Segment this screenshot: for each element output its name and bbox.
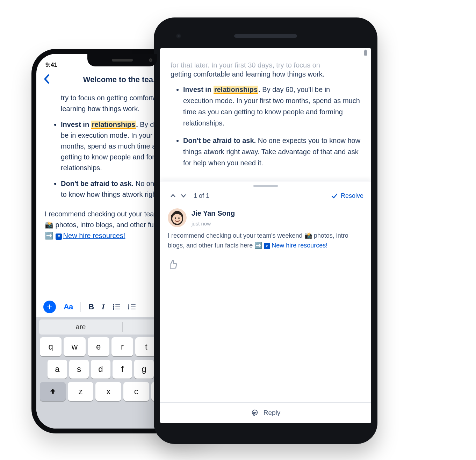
comment: Jie Yan Song just now I recommend checki… xyxy=(160,206,371,256)
svg-point-10 xyxy=(113,308,114,310)
insert-button[interactable] xyxy=(43,301,56,313)
android-status-bar xyxy=(160,48,371,59)
page-icon xyxy=(264,243,270,249)
italic-button[interactable]: I xyxy=(102,302,105,311)
bold-button[interactable]: B xyxy=(88,302,94,311)
key-c[interactable]: c xyxy=(123,382,149,401)
svg-rect-11 xyxy=(115,309,120,309)
svg-rect-26 xyxy=(266,246,267,247)
key-q[interactable]: q xyxy=(40,337,62,356)
key-w[interactable]: w xyxy=(64,337,85,356)
svg-rect-5 xyxy=(47,307,52,307)
key-r[interactable]: r xyxy=(111,337,133,356)
android-frame: for that later. In your first 30 days, t… xyxy=(154,17,377,444)
key-x[interactable]: x xyxy=(95,382,121,401)
svg-point-21 xyxy=(172,214,182,224)
comment-counter: 1 of 1 xyxy=(194,192,209,200)
new-hire-resources-link[interactable]: New hire resources! xyxy=(63,232,125,239)
android-screen: for that later. In your first 30 days, t… xyxy=(160,48,371,423)
key-z[interactable]: z xyxy=(68,382,94,401)
svg-rect-19 xyxy=(365,50,366,50)
highlight-relationships[interactable]: relationships xyxy=(214,86,258,94)
suggestion[interactable]: are xyxy=(39,319,122,335)
new-hire-resources-link[interactable]: New hire resources! xyxy=(272,242,327,249)
comment-panel: 1 of 1 Resolve Jie Yan Song just now xyxy=(160,181,371,423)
svg-text:3: 3 xyxy=(128,308,129,310)
iphone-notch xyxy=(87,54,157,66)
key-s[interactable]: s xyxy=(69,360,89,379)
resolve-button[interactable]: Resolve xyxy=(331,192,363,200)
prev-comment-button[interactable] xyxy=(168,191,178,201)
key-f[interactable]: f xyxy=(113,360,132,379)
key-e[interactable]: e xyxy=(88,337,109,356)
svg-rect-17 xyxy=(131,309,136,309)
shift-key[interactable] xyxy=(40,382,66,401)
scroll-peek: for that later. In your first 30 days, t… xyxy=(171,59,361,69)
svg-point-8 xyxy=(113,306,114,308)
svg-rect-1 xyxy=(58,235,60,236)
next-comment-button[interactable] xyxy=(178,191,189,201)
comment-time: just now xyxy=(192,220,235,228)
svg-rect-18 xyxy=(364,50,367,56)
svg-point-23 xyxy=(178,217,180,219)
key-g[interactable]: g xyxy=(134,360,154,379)
svg-rect-2 xyxy=(58,236,60,236)
numbered-list-button[interactable]: 123 xyxy=(128,304,136,310)
android-top-bezel xyxy=(160,24,371,48)
bullet-list-button[interactable] xyxy=(113,304,120,310)
comment-author: Jie Yan Song xyxy=(192,208,235,219)
svg-rect-24 xyxy=(266,245,268,245)
comment-body: I recommend checking out your team's wee… xyxy=(168,231,363,251)
svg-rect-13 xyxy=(131,304,136,305)
avatar xyxy=(168,208,187,227)
svg-rect-9 xyxy=(115,307,120,307)
like-button[interactable] xyxy=(168,259,178,269)
svg-point-22 xyxy=(175,217,176,219)
back-button[interactable] xyxy=(43,74,50,85)
list-item: Invest in relationships. By day 60, you'… xyxy=(183,84,361,129)
svg-rect-15 xyxy=(131,307,136,307)
svg-rect-3 xyxy=(58,237,59,237)
text-style-button[interactable]: Aa xyxy=(64,302,73,311)
svg-rect-7 xyxy=(115,304,120,305)
list-item: Don't be afraid to ask. No one expects y… xyxy=(183,135,361,168)
svg-rect-25 xyxy=(266,246,268,246)
android-document[interactable]: for that later. In your first 30 days, t… xyxy=(160,59,371,181)
svg-point-6 xyxy=(113,304,114,306)
key-a[interactable]: a xyxy=(48,360,67,379)
reply-button[interactable]: Reply xyxy=(160,402,371,423)
key-d[interactable]: d xyxy=(91,360,110,379)
status-time: 9:41 xyxy=(45,62,57,69)
page-icon xyxy=(56,233,62,240)
battery-icon xyxy=(363,50,368,57)
paragraph: getting comfortable and learning how thi… xyxy=(171,69,361,80)
highlight-relationships[interactable]: relationships xyxy=(91,121,136,129)
toolbar-divider xyxy=(80,302,81,312)
drag-handle[interactable] xyxy=(160,181,371,189)
